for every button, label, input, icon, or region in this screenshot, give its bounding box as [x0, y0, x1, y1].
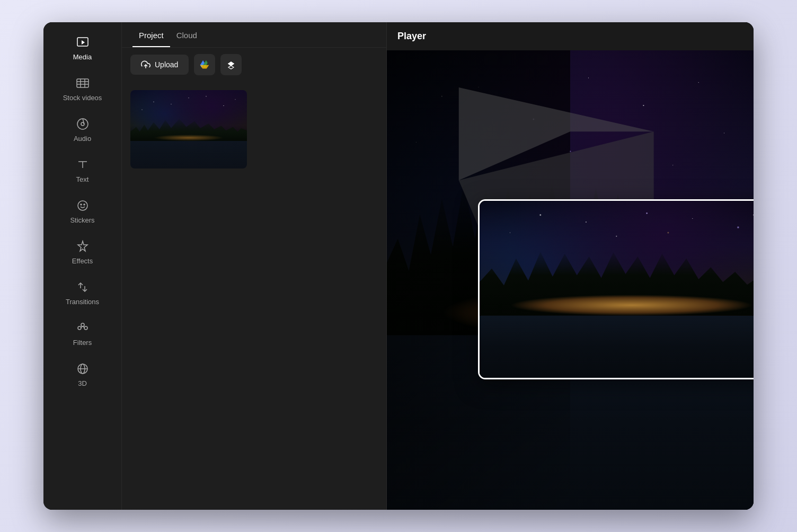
sidebar-label-effects: Effects: [72, 257, 93, 265]
google-drive-button[interactable]: [194, 54, 215, 75]
sidebar-label-text: Text: [76, 175, 89, 183]
audio-icon: [75, 117, 90, 131]
upload-button[interactable]: Upload: [130, 55, 189, 75]
zoom-landscape: [480, 201, 754, 378]
stock-videos-icon: [75, 76, 90, 91]
sidebar-label-3d: 3D: [78, 379, 87, 387]
media-icon: [75, 35, 90, 50]
sidebar-item-stock-videos[interactable]: Stock videos: [43, 68, 121, 109]
svg-marker-14: [78, 241, 87, 251]
sidebar-item-audio[interactable]: Audio: [43, 109, 121, 150]
thumbnail-landscape: [130, 90, 247, 169]
sidebar-item-text[interactable]: Text: [43, 150, 121, 191]
tab-project[interactable]: Project: [132, 22, 170, 47]
sidebar-item-3d[interactable]: 3D: [43, 354, 121, 395]
upload-icon: [141, 60, 150, 69]
player-title: Player: [397, 31, 426, 41]
svg-point-11: [78, 201, 87, 210]
dropbox-icon: [226, 59, 236, 70]
svg-point-18: [84, 326, 87, 330]
svg-point-13: [84, 204, 85, 205]
thumbnail-glow: [154, 135, 224, 141]
sidebar-item-stickers[interactable]: Stickers: [43, 191, 121, 232]
dropbox-button[interactable]: [220, 54, 242, 75]
player-area: Player: [387, 22, 754, 510]
tab-cloud[interactable]: Cloud: [170, 22, 203, 47]
svg-point-19: [81, 323, 84, 326]
svg-point-17: [78, 326, 81, 330]
sidebar-label-filters: Filters: [73, 339, 92, 347]
thumbnail-water: [130, 141, 247, 169]
app-window: Media Stock videos: [43, 22, 754, 510]
sidebar: Media Stock videos: [43, 22, 122, 510]
svg-rect-2: [77, 79, 88, 87]
media-panel: Project Cloud Upload: [122, 22, 387, 510]
sidebar-label-stickers: Stickers: [70, 216, 94, 224]
sidebar-item-filters[interactable]: Filters: [43, 313, 121, 354]
svg-marker-1: [82, 40, 85, 45]
filters-icon: [75, 321, 90, 335]
sidebar-item-transitions[interactable]: Transitions: [43, 272, 121, 313]
sidebar-label-transitions: Transitions: [66, 298, 99, 306]
player-viewport: [387, 50, 754, 510]
sidebar-label-stock-videos: Stock videos: [63, 94, 102, 102]
svg-point-12: [81, 204, 82, 205]
media-thumbnail-1[interactable]: [130, 90, 247, 169]
google-drive-icon: [199, 59, 210, 70]
toolbar: Upload: [122, 48, 386, 82]
player-header: Player: [387, 22, 754, 50]
tab-bar: Project Cloud: [122, 22, 386, 48]
media-grid: [122, 82, 386, 177]
zoom-water: [480, 316, 754, 378]
zoom-horizon-glow: [510, 295, 753, 316]
zoom-preview-card: [478, 199, 754, 379]
sidebar-label-audio: Audio: [74, 135, 91, 143]
effects-icon: [75, 239, 90, 254]
transitions-icon: [75, 280, 90, 295]
stickers-icon: [75, 198, 90, 213]
sidebar-item-media[interactable]: Media: [43, 28, 121, 68]
text-icon: [75, 157, 90, 172]
sidebar-label-media: Media: [73, 53, 92, 61]
3d-icon: [75, 361, 90, 376]
svg-point-7: [77, 119, 88, 129]
sidebar-item-effects[interactable]: Effects: [43, 232, 121, 272]
content-area: Project Cloud Upload: [122, 22, 754, 510]
main-content: Project Cloud Upload: [122, 22, 754, 510]
